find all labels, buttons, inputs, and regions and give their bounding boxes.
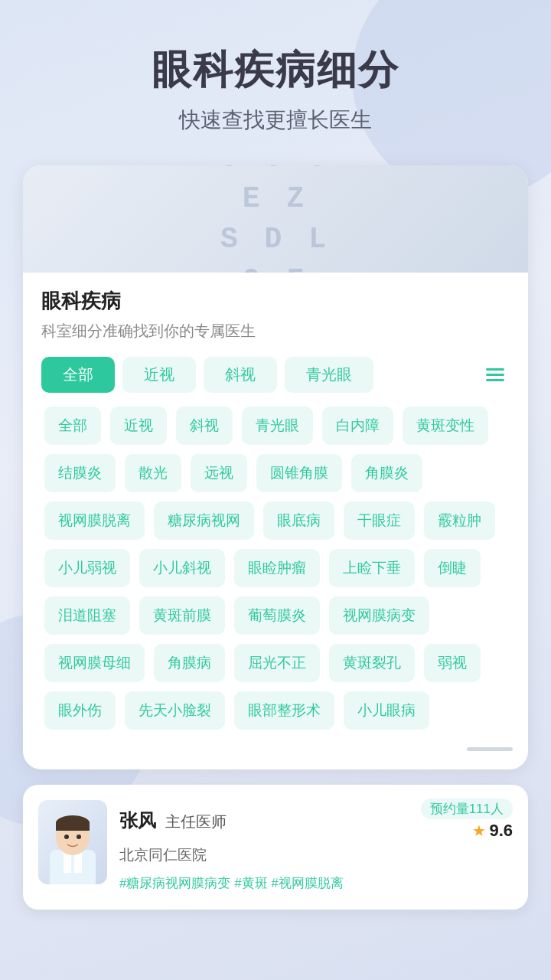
menu-line-3 — [486, 379, 504, 381]
page-title: 眼科疾病细分 — [31, 46, 520, 93]
tag-button[interactable]: 结膜炎 — [44, 454, 116, 492]
doctor-name-row: 张风 主任医师 预约量111人 ★ 9.6 — [119, 800, 513, 841]
eye-chart: 3 V 0E ZS D LO F — [220, 165, 331, 273]
doctor-info: 张风 主任医师 预约量111人 ★ 9.6 北京同仁医院 #糖尿病视网膜病变 #… — [119, 800, 513, 893]
tag-button[interactable]: 圆锥角膜 — [256, 454, 342, 492]
rating-row: ★ 9.6 — [421, 821, 513, 841]
svg-point-7 — [77, 835, 81, 839]
tag-button[interactable]: 泪道阻塞 — [44, 596, 130, 635]
tag-button[interactable]: 斜视 — [176, 407, 233, 445]
card-title: 眼科疾病 — [41, 288, 510, 315]
doctor-avatar-svg — [42, 808, 103, 884]
scroll-indicator — [23, 730, 528, 754]
tag-button[interactable]: 小儿眼病 — [344, 691, 429, 730]
tag-button[interactable]: 视网膜脱离 — [44, 501, 145, 540]
tag-button[interactable]: 弱视 — [424, 644, 481, 682]
filter-more-button[interactable] — [481, 361, 510, 390]
svg-rect-5 — [56, 822, 90, 831]
tag-button[interactable]: 倒睫 — [424, 549, 481, 587]
doctor-title: 主任医师 — [165, 813, 227, 830]
menu-line-2 — [486, 374, 504, 376]
doctor-tags: #糖尿病视网膜病变 #黄斑 #视网膜脱离 — [119, 873, 513, 893]
filter-tab-glaucoma[interactable]: 青光眼 — [285, 357, 373, 393]
card-content: 眼科疾病 科室细分准确找到你的专属医生 全部 近视 斜视 青光眼 全部近视斜视青… — [23, 273, 528, 730]
tag-button[interactable]: 先天小脸裂 — [125, 691, 225, 730]
menu-line-1 — [486, 368, 504, 371]
tag-button[interactable]: 干眼症 — [344, 501, 415, 540]
header: 眼科疾病细分 快速查找更擅长医生 — [0, 0, 551, 158]
filter-tab-myopia[interactable]: 近视 — [122, 357, 196, 393]
star-icon: ★ — [472, 822, 486, 840]
tag-button[interactable]: 视网膜母细 — [44, 644, 145, 682]
tag-button[interactable]: 小儿弱视 — [44, 549, 130, 587]
tag-button[interactable]: 近视 — [110, 407, 167, 445]
tag-button[interactable]: 糖尿病视网 — [154, 501, 254, 540]
tag-button[interactable]: 视网膜病变 — [329, 596, 429, 635]
filter-row: 全部 近视 斜视 青光眼 — [41, 357, 510, 393]
doctor-name: 张风 — [119, 810, 156, 831]
tag-button[interactable]: 眼底病 — [263, 501, 334, 540]
tag-button[interactable]: 屈光不正 — [234, 644, 320, 682]
tag-button[interactable]: 角膜炎 — [351, 454, 422, 492]
doctor-avatar — [38, 800, 107, 884]
tag-button[interactable]: 霰粒肿 — [424, 501, 495, 540]
rating-score: 9.6 — [489, 821, 513, 841]
filter-tab-all[interactable]: 全部 — [41, 357, 115, 393]
tag-button[interactable]: 眼睑肿瘤 — [234, 549, 320, 587]
tag-button[interactable]: 葡萄膜炎 — [234, 596, 320, 635]
tags-grid: 全部近视斜视青光眼白内障黄斑变性结膜炎散光远视圆锥角膜角膜炎视网膜脱离糖尿病视网… — [41, 407, 510, 730]
card-banner: 3 V 0E ZS D LO F — [23, 165, 528, 273]
page-subtitle: 快速查找更擅长医生 — [31, 106, 520, 135]
tag-button[interactable]: 全部 — [44, 407, 101, 445]
tag-button[interactable]: 眼部整形术 — [234, 691, 334, 730]
card-desc: 科室细分准确找到你的专属医生 — [41, 321, 510, 341]
tag-button[interactable]: 上睑下垂 — [329, 549, 415, 587]
hospital-name: 北京同仁医院 — [119, 845, 513, 865]
filter-tab-strabismus[interactable]: 斜视 — [204, 357, 277, 393]
tag-button[interactable]: 黄斑裂孔 — [329, 644, 415, 682]
scroll-bar — [467, 747, 513, 751]
tag-button[interactable]: 散光 — [125, 454, 181, 492]
tag-button[interactable]: 小儿斜视 — [139, 549, 225, 587]
appointment-count: 预约量111人 — [421, 799, 513, 819]
main-card: 3 V 0E ZS D LO F 眼科疾病 科室细分准确找到你的专属医生 全部 … — [23, 165, 528, 769]
tag-button[interactable]: 白内障 — [322, 407, 393, 445]
tag-button[interactable]: 远视 — [191, 454, 247, 492]
tag-button[interactable]: 青光眼 — [242, 407, 313, 445]
doctor-name-title: 张风 主任医师 — [119, 808, 227, 833]
svg-point-6 — [64, 835, 69, 839]
doctor-card[interactable]: 张风 主任医师 预约量111人 ★ 9.6 北京同仁医院 #糖尿病视网膜病变 #… — [23, 785, 528, 909]
tag-button[interactable]: 黄斑变性 — [403, 407, 488, 445]
tag-button[interactable]: 角膜病 — [154, 644, 225, 682]
tag-button[interactable]: 眼外伤 — [44, 691, 116, 730]
tag-button[interactable]: 黄斑前膜 — [139, 596, 225, 635]
appointment-badge: 预约量111人 ★ 9.6 — [421, 800, 513, 841]
